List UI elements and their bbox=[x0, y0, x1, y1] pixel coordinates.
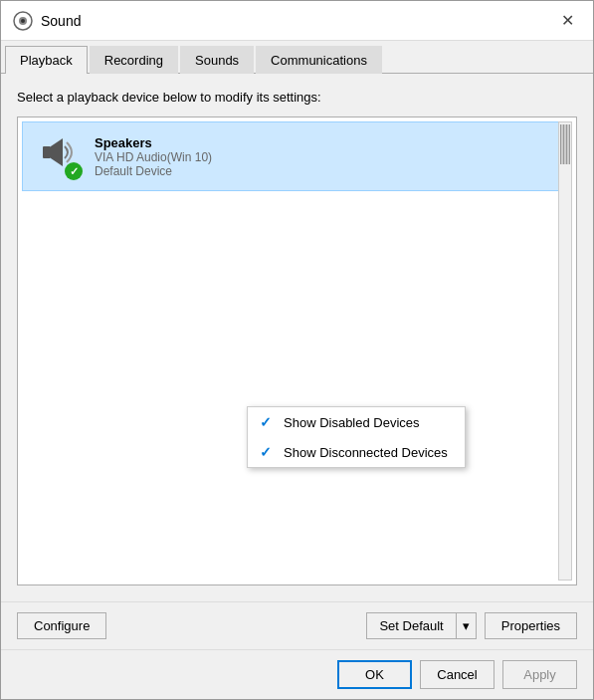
close-button[interactable]: ✕ bbox=[553, 7, 581, 35]
tab-communications[interactable]: Communications bbox=[256, 46, 382, 74]
set-default-group: Set Default ▾ bbox=[366, 612, 476, 639]
window-title: Sound bbox=[41, 13, 81, 29]
device-icon-container: ✓ bbox=[35, 132, 83, 180]
title-bar: Sound ✕ bbox=[1, 1, 593, 41]
default-check-badge: ✓ bbox=[65, 162, 83, 180]
main-content: Select a playback device below to modify… bbox=[1, 74, 593, 601]
tab-recording[interactable]: Recording bbox=[90, 46, 178, 74]
set-default-dropdown-button[interactable]: ▾ bbox=[457, 612, 477, 639]
svg-point-2 bbox=[21, 19, 25, 23]
scrollbar-thumb bbox=[560, 124, 570, 164]
apply-button[interactable]: Apply bbox=[502, 660, 577, 689]
sound-dialog: Sound ✕ Playback Recording Sounds Commun… bbox=[0, 0, 594, 700]
tab-sounds[interactable]: Sounds bbox=[180, 46, 254, 74]
svg-marker-4 bbox=[51, 138, 63, 166]
device-name: Speakers bbox=[95, 135, 559, 150]
tab-bar: Playback Recording Sounds Communications bbox=[1, 41, 593, 74]
instruction-text: Select a playback device below to modify… bbox=[17, 90, 577, 105]
properties-button[interactable]: Properties bbox=[485, 612, 577, 639]
device-info: Speakers VIA HD Audio(Win 10) Default De… bbox=[95, 135, 559, 178]
device-driver: VIA HD Audio(Win 10) bbox=[95, 150, 559, 164]
tab-playback[interactable]: Playback bbox=[5, 46, 88, 74]
device-status: Default Device bbox=[95, 164, 559, 178]
context-menu-label-disabled: Show Disabled Devices bbox=[284, 415, 420, 430]
cancel-button[interactable]: Cancel bbox=[420, 660, 495, 689]
context-menu-label-disconnected: Show Disconnected Devices bbox=[284, 445, 448, 460]
context-menu-item-show-disabled[interactable]: ✓ Show Disabled Devices bbox=[248, 407, 465, 437]
check-disconnected-icon: ✓ bbox=[260, 444, 276, 460]
device-item-speakers[interactable]: ✓ Speakers VIA HD Audio(Win 10) Default … bbox=[22, 121, 572, 191]
svg-rect-3 bbox=[43, 146, 51, 158]
scrollbar[interactable] bbox=[558, 121, 572, 581]
set-default-button[interactable]: Set Default bbox=[366, 612, 456, 639]
configure-button[interactable]: Configure bbox=[17, 612, 106, 639]
context-menu-item-show-disconnected[interactable]: ✓ Show Disconnected Devices bbox=[248, 437, 465, 467]
context-menu: ✓ Show Disabled Devices ✓ Show Disconnec… bbox=[247, 406, 466, 468]
footer-buttons: OK Cancel Apply bbox=[1, 649, 593, 699]
sound-icon bbox=[13, 11, 33, 31]
check-disabled-icon: ✓ bbox=[260, 414, 276, 430]
ok-button[interactable]: OK bbox=[337, 660, 412, 689]
bottom-buttons: Configure Set Default ▾ Properties bbox=[1, 601, 593, 649]
device-list[interactable]: ✓ Speakers VIA HD Audio(Win 10) Default … bbox=[17, 117, 577, 585]
